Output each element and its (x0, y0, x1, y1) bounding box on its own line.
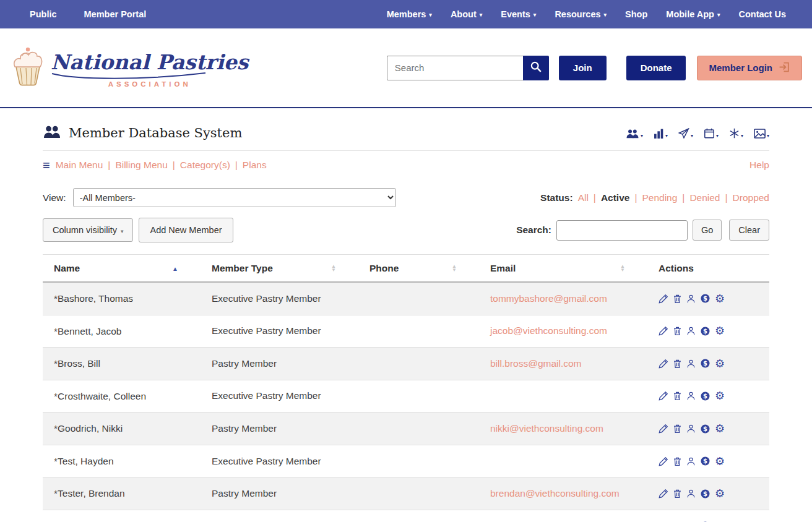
join-button[interactable]: Join (559, 56, 607, 80)
separator: | (235, 160, 238, 171)
column-header-name[interactable]: Name ▲ (43, 255, 201, 283)
delete-icon[interactable] (673, 359, 682, 369)
edit-icon[interactable] (659, 294, 668, 304)
billing-icon[interactable]: $ (700, 293, 710, 304)
delete-icon[interactable] (673, 294, 682, 304)
settings-icon[interactable]: ⚙ (715, 293, 725, 304)
nav-item-members[interactable]: Members▾ (387, 9, 432, 19)
hamburger-icon[interactable]: ≡ (43, 159, 50, 171)
email-link[interactable]: nikki@viethconsulting.com (490, 423, 603, 434)
status-filter-denied[interactable]: Denied (689, 192, 720, 203)
billing-icon[interactable]: $ (700, 326, 710, 336)
table-row: *Tester, Mel Executive Pastry Member jos… (43, 510, 769, 522)
profile-icon[interactable] (686, 294, 696, 304)
column-header-member-type[interactable]: Member Type ▲▼ (201, 255, 358, 283)
menu-link-billing-menu[interactable]: Billing Menu (115, 160, 167, 171)
cell-member-type: Executive Pastry Member (201, 445, 358, 477)
nav-item-about[interactable]: About▾ (451, 9, 482, 19)
email-link[interactable]: jacob@viethconsulting.com (490, 325, 607, 336)
search-icon (530, 61, 542, 75)
clear-button[interactable]: Clear (729, 220, 769, 241)
cell-phone (358, 413, 479, 445)
menu-link-category-s[interactable]: Category(s) (180, 160, 230, 171)
view-label: View: (43, 192, 66, 203)
edit-icon[interactable] (659, 359, 668, 369)
edit-icon[interactable] (659, 489, 668, 498)
cell-phone (358, 445, 479, 477)
chevron-down-icon: ▾ (121, 228, 124, 234)
profile-icon[interactable] (686, 391, 696, 401)
members-tool-icon[interactable]: ▾ (626, 129, 643, 139)
settings-icon[interactable]: ⚙ (715, 488, 725, 499)
profile-icon[interactable] (686, 359, 696, 369)
profile-icon[interactable] (686, 424, 696, 434)
billing-icon[interactable]: $ (700, 424, 710, 434)
nav-item-contact-us[interactable]: Contact Us (738, 9, 786, 19)
member-login-button[interactable]: Member Login (697, 56, 802, 80)
status-filter-dropped[interactable]: Dropped (733, 192, 769, 203)
delete-icon[interactable] (673, 326, 682, 336)
email-link[interactable]: brendan@viethconsulting.com (490, 488, 620, 498)
email-link[interactable]: bill.bross@gmail.com (490, 358, 582, 369)
brand-name: National Pastries (51, 50, 248, 74)
nav-item-events[interactable]: Events▾ (501, 9, 536, 19)
svg-text:$: $ (703, 458, 707, 464)
menu-link-main-menu[interactable]: Main Menu (56, 160, 103, 171)
column-header-phone[interactable]: Phone ▲▼ (358, 255, 479, 283)
view-select[interactable]: -All Members- (73, 188, 396, 207)
settings-icon[interactable]: ⚙ (715, 325, 725, 336)
status-filter-active[interactable]: Active (601, 192, 630, 203)
nav-item-shop[interactable]: Shop (625, 9, 647, 19)
email-link[interactable]: tommybashore@gmail.com (490, 293, 607, 304)
profile-icon[interactable] (686, 489, 696, 498)
send-icon[interactable]: ▾ (678, 128, 693, 139)
chart-icon[interactable]: ▾ (654, 129, 668, 139)
delete-icon[interactable] (673, 424, 682, 434)
nav-item-public[interactable]: Public (30, 9, 57, 19)
header-search-button[interactable] (523, 56, 549, 80)
header-search-input[interactable] (387, 56, 523, 80)
nav-item-resources[interactable]: Resources▾ (555, 9, 607, 19)
image-icon[interactable]: ▾ (754, 129, 769, 139)
delete-icon[interactable] (673, 489, 682, 498)
column-visibility-button[interactable]: Column visibility▾ (43, 218, 133, 242)
add-new-member-button[interactable]: Add New Member (139, 218, 233, 242)
chevron-down-icon: ▾ (691, 133, 693, 139)
cell-member-type: Pastry Member (201, 348, 358, 380)
cell-phone (358, 380, 479, 413)
table-row: *Test, Hayden Executive Pastry Member (43, 445, 769, 477)
edit-icon[interactable] (659, 391, 668, 401)
profile-icon[interactable] (686, 326, 696, 336)
nav-item-member-portal[interactable]: Member Portal (84, 9, 147, 19)
help-link[interactable]: Help (749, 160, 769, 170)
table-header-row: Name ▲ Member Type ▲▼ Phone ▲▼ Email ▲▼ … (43, 255, 769, 283)
billing-icon[interactable]: $ (700, 358, 710, 369)
delete-icon[interactable] (673, 456, 682, 466)
status-filter-all[interactable]: All (578, 192, 589, 203)
billing-icon[interactable]: $ (700, 489, 710, 499)
billing-icon[interactable]: $ (700, 456, 710, 466)
table-search-label: Search: (516, 225, 551, 236)
table-search-input[interactable] (556, 220, 688, 241)
view-row: View: -All Members- Status: All|Active|P… (43, 188, 769, 207)
profile-icon[interactable] (686, 456, 696, 466)
snowflake-icon[interactable]: ▾ (729, 128, 743, 139)
settings-icon[interactable]: ⚙ (715, 358, 725, 369)
edit-icon[interactable] (659, 326, 668, 336)
billing-icon[interactable]: $ (700, 391, 710, 401)
calendar-icon[interactable]: ▾ (704, 128, 719, 139)
go-button[interactable]: Go (693, 220, 722, 241)
status-filter-pending[interactable]: Pending (642, 192, 677, 203)
delete-icon[interactable] (673, 391, 682, 401)
settings-icon[interactable]: ⚙ (715, 456, 725, 467)
edit-icon[interactable] (659, 424, 668, 434)
menu-link-plans[interactable]: Plans (243, 160, 267, 171)
edit-icon[interactable] (659, 456, 668, 466)
table-row: *Tester, Brendan Pastry Member brendan@v… (43, 477, 769, 510)
settings-icon[interactable]: ⚙ (715, 423, 725, 434)
column-header-email[interactable]: Email ▲▼ (479, 255, 647, 283)
donate-button[interactable]: Donate (626, 56, 686, 80)
settings-icon[interactable]: ⚙ (715, 390, 725, 401)
nav-item-mobile-app[interactable]: Mobile App▾ (666, 9, 720, 19)
menu-links: Main Menu|Billing Menu|Category(s)|Plans (56, 160, 267, 171)
